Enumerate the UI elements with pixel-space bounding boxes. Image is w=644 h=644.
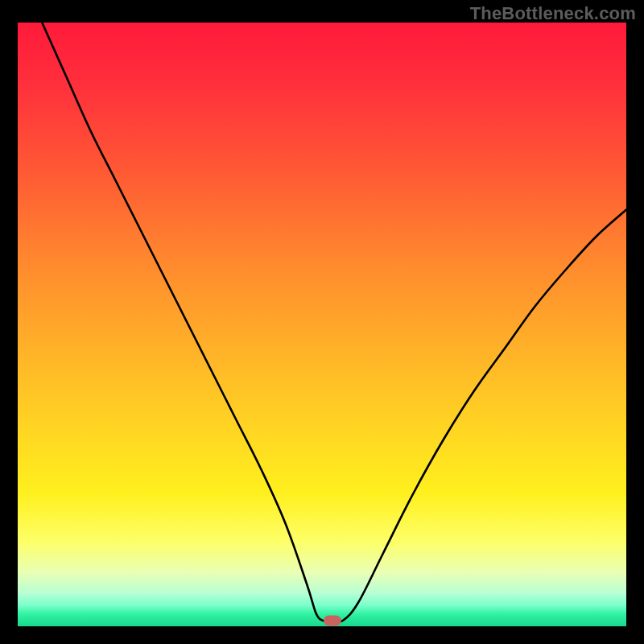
bottleneck-curve-path (42, 23, 626, 621)
curve-svg (18, 23, 626, 626)
optimum-marker (324, 615, 341, 625)
watermark-text: TheBottleneck.com (470, 3, 636, 24)
plot-area (18, 23, 626, 626)
chart-frame: TheBottleneck.com (0, 0, 644, 644)
